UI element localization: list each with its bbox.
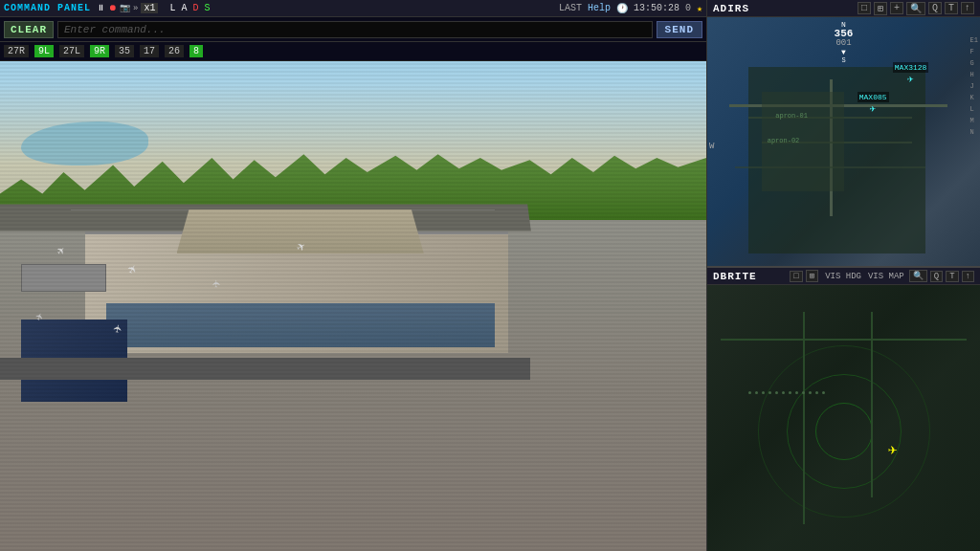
compass-arrow: ▼ <box>841 48 846 56</box>
radar-ring-inner <box>815 403 873 460</box>
adirs-q[interactable]: Q <box>928 2 942 14</box>
runway-label-26: 26 <box>165 45 184 57</box>
runway-row: 27R 9L 27L 9R 35 17 26 <box>0 42 706 61</box>
map-label-e1: E1 <box>970 36 978 44</box>
nav-indicators: L A D S <box>167 3 212 13</box>
airport-scene: ✈ ✈ ✈ ✈ ✈ ✈ <box>0 0 706 551</box>
speed-multiplier[interactable]: x1 <box>141 3 158 13</box>
runway-status-9r: 9R <box>90 45 109 57</box>
runway-tag-9l: 9L <box>34 45 54 57</box>
command-panel: COMMAND PANEL ⏸ ⏺ 📷 » x1 L A D S LAST He… <box>0 0 706 61</box>
last-label: LAST <box>559 3 582 13</box>
dbrite-controls: □ ⊞ VIS HDG VIS MAP 🔍 Q T ↑ <box>790 270 974 282</box>
runway-tag-26: 26 <box>165 45 184 57</box>
dbrite-t2[interactable]: ↑ <box>962 271 974 282</box>
camera-icon[interactable]: 📷 <box>120 3 130 13</box>
compass-s: S <box>841 56 845 64</box>
main-container: ✈ ✈ ✈ ✈ ✈ ✈ COMMAND PANEL ⏸ ⏺ 📷 » x1 <box>0 0 980 551</box>
adirs-section: ADIRS □ ⊞ + 🔍 Q T ↑ <box>707 0 980 268</box>
runway-status-8: 8 <box>189 45 203 57</box>
aircraft-max085: MAX085 ✈ <box>858 92 889 115</box>
adirs-title: ADIRS <box>713 3 749 14</box>
map-w-label: W <box>709 142 714 151</box>
dbrite-btn-1[interactable]: □ <box>790 271 802 282</box>
map-apron-label-2: apron-02 <box>768 137 800 144</box>
map-label-h: H <box>970 71 978 78</box>
record-icon[interactable]: ⏺ <box>108 3 117 13</box>
aircraft-label-max085: MAX085 <box>858 92 889 102</box>
score: 0 <box>685 3 691 13</box>
aircraft-symbol-max085: ✈ <box>870 102 877 115</box>
jetway-left <box>21 264 106 292</box>
runway-status-9l: 9L <box>34 45 54 57</box>
dbrite-vis-hdg[interactable]: VIS HDG <box>825 272 861 281</box>
road <box>0 358 530 380</box>
command-input[interactable] <box>57 21 653 38</box>
adirs-t2[interactable]: ↑ <box>961 2 974 14</box>
radar-runway-v2 <box>871 312 873 498</box>
timestamp: 13:50:28 <box>634 3 679 13</box>
send-button[interactable]: SEND <box>657 21 702 38</box>
adirs-btn-2[interactable]: ⊞ <box>874 2 887 15</box>
panel-title: COMMAND PANEL <box>4 3 91 13</box>
runway-tag-9r: 9R <box>90 45 109 57</box>
sim-view: ✈ ✈ ✈ ✈ ✈ ✈ COMMAND PANEL ⏸ ⏺ 📷 » x1 <box>0 0 706 551</box>
dbrite-t1[interactable]: T <box>946 271 958 282</box>
arrow-right-icon[interactable]: » <box>133 4 138 13</box>
taxiway-dots <box>748 391 825 394</box>
dbrite-zoom-in[interactable]: 🔍 <box>909 270 927 282</box>
right-panel: ADIRS □ ⊞ + 🔍 Q T ↑ <box>706 0 980 551</box>
adirs-btn-1[interactable]: □ <box>858 2 871 14</box>
aircraft-symbol-max3128: ✈ <box>907 73 914 85</box>
runway-tag-8: 8 <box>189 45 203 57</box>
dbrite-header: DBRITE □ ⊞ VIS HDG VIS MAP 🔍 Q T ↑ <box>707 268 980 285</box>
map-apron-label: apron-01 <box>775 112 808 120</box>
aircraft-label-max3128: MAX3128 <box>893 62 929 73</box>
aircraft-max3128: MAX3128 ✈ <box>893 62 929 85</box>
radar-aircraft-symbol: ✈ <box>888 440 898 459</box>
runway-tag-17: 17 <box>140 45 159 57</box>
nav-d: D <box>190 3 200 13</box>
dbrite-section: DBRITE □ ⊞ VIS HDG VIS MAP 🔍 Q T ↑ <box>707 268 980 551</box>
adirs-t1[interactable]: T <box>945 2 958 14</box>
radar-runway-h <box>721 339 967 341</box>
adirs-controls: □ ⊞ + 🔍 Q T ↑ <box>858 2 974 15</box>
runway-label-17: 17 <box>140 45 159 57</box>
dbrite-view: ✈ <box>707 285 980 551</box>
dbrite-vis-map[interactable]: VIS MAP <box>868 272 904 281</box>
radar-runway-v1 <box>803 312 805 524</box>
terminal-windows <box>106 303 495 347</box>
runway-label-27r: 27R <box>4 45 29 57</box>
runway-label-27l: 27L <box>59 45 84 57</box>
map-label-j: J <box>970 82 978 90</box>
adirs-header: ADIRS □ ⊞ + 🔍 Q T ↑ <box>707 0 980 17</box>
runway-tag-27l: 27L <box>59 45 84 57</box>
clear-button[interactable]: CLEAR <box>4 21 54 38</box>
dbrite-q[interactable]: Q <box>930 271 943 282</box>
command-row: CLEAR SEND <box>0 17 706 42</box>
nav-l: L <box>167 3 177 13</box>
pause-icon[interactable]: ⏸ <box>97 3 105 13</box>
map-label-l: L <box>970 105 978 113</box>
map-label-f: F <box>970 48 978 55</box>
runway-tag-27r: 27R <box>4 45 29 57</box>
panel-controls: ⏸ ⏺ 📷 » x1 <box>97 3 158 13</box>
adirs-map-view[interactable]: N 356 001 ▼ S W MAX3128 ✈ MAX085 ✈ <box>707 17 980 266</box>
map-right-labels: E1 F G H J K L M N <box>970 36 978 136</box>
star-icon: ★ <box>697 3 702 14</box>
map-label-g: G <box>970 59 978 67</box>
compass-indicator: N 356 001 ▼ S <box>835 20 854 64</box>
runway-tag-35: 35 <box>115 45 134 57</box>
runway-label-35: 35 <box>115 45 134 57</box>
help-label[interactable]: Help <box>588 3 611 13</box>
nav-a: A <box>179 3 189 13</box>
map-label-n: N <box>970 128 978 136</box>
dbrite-btn-2[interactable]: ⊞ <box>806 270 818 282</box>
map-label-k: K <box>970 94 978 101</box>
adirs-btn-plus[interactable]: + <box>890 2 903 14</box>
panel-header: COMMAND PANEL ⏸ ⏺ 📷 » x1 L A D S LAST He… <box>0 0 706 17</box>
adirs-zoom-in[interactable]: 🔍 <box>906 2 925 15</box>
plane-3: ✈ <box>208 279 224 287</box>
nav-s: S <box>202 3 212 13</box>
panel-right-info: LAST Help 🕐 13:50:28 0 ★ <box>559 3 702 14</box>
